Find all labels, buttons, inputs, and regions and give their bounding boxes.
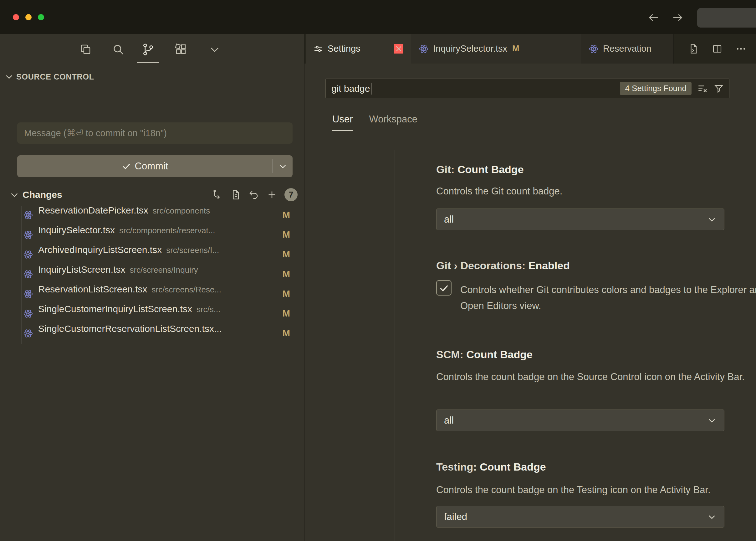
source-control-section-header[interactable]: SOURCE CONTROL bbox=[0, 69, 304, 85]
tab-label: Settings bbox=[328, 44, 361, 54]
dropdown-value: failed bbox=[444, 511, 467, 523]
chevron-down-icon bbox=[4, 72, 14, 81]
setting-title: SCM: Count Badge bbox=[436, 348, 756, 361]
changed-files-list: ReservationDatePicker.tsx src/components… bbox=[0, 205, 304, 343]
setting-description: Controls the count badge on the Testing … bbox=[436, 482, 756, 498]
changed-file-row[interactable]: SingleCustomerInquiryListScreen.tsx src/… bbox=[0, 304, 304, 323]
react-file-icon bbox=[23, 289, 33, 299]
clear-search-icon[interactable] bbox=[697, 83, 708, 94]
sidebar-title: SOURCE CONTROL bbox=[16, 72, 94, 81]
git-count-badge-dropdown[interactable]: all bbox=[436, 209, 724, 230]
changed-file-row[interactable]: InquiryListScreen.tsx src/screens/Inquir… bbox=[0, 264, 304, 284]
split-editor-icon[interactable] bbox=[712, 43, 723, 55]
commit-message-input[interactable]: Message (⌘⏎ to commit on "i18n") bbox=[17, 122, 293, 144]
command-center-box[interactable] bbox=[697, 8, 756, 28]
scope-tab-workspace[interactable]: Workspace bbox=[369, 114, 417, 131]
setting-git-count-badge: Git: Count Badge bbox=[436, 164, 756, 176]
more-actions-icon[interactable] bbox=[735, 43, 747, 55]
tab-modified-badge: M bbox=[512, 44, 519, 54]
setting-title: Testing: Count Badge bbox=[436, 461, 756, 473]
settings-editor: git badge 4 Settings Found User Workspac… bbox=[305, 64, 756, 541]
check-icon bbox=[439, 283, 449, 293]
file-status-badge: M bbox=[283, 269, 290, 279]
react-file-icon bbox=[23, 210, 33, 220]
scope-tab-user[interactable]: User bbox=[332, 114, 353, 131]
commit-dropdown-button[interactable] bbox=[273, 162, 293, 171]
copy-icon[interactable] bbox=[77, 41, 95, 58]
extensions-icon[interactable] bbox=[172, 41, 190, 58]
source-control-icon[interactable] bbox=[139, 41, 157, 58]
file-path: src/s... bbox=[196, 304, 221, 314]
scm-count-badge-dropdown[interactable]: all bbox=[436, 409, 724, 431]
changed-file-row[interactable]: ArchivedInquiryListScreen.tsx src/screen… bbox=[0, 245, 304, 264]
changed-file-row[interactable]: SingleCustomerReservationListScreen.tsx.… bbox=[0, 323, 304, 343]
text-caret bbox=[371, 83, 372, 95]
chevron-down-icon bbox=[9, 190, 19, 200]
editor-tab-bar: Settings InquirySelector.tsx M Reservati… bbox=[305, 34, 756, 64]
file-name: InquiryListScreen.tsx bbox=[38, 264, 125, 275]
setting-name: Count Badge bbox=[480, 461, 546, 473]
file-path: src/screens/Inquiry bbox=[129, 265, 198, 275]
changes-label: Changes bbox=[23, 190, 62, 200]
filter-icon[interactable] bbox=[713, 83, 724, 94]
react-file-icon bbox=[589, 44, 599, 54]
react-file-icon bbox=[23, 269, 33, 279]
chevron-down-icon[interactable] bbox=[206, 41, 223, 58]
settings-search-input[interactable]: git badge 4 Settings Found bbox=[326, 79, 729, 98]
changed-file-row[interactable]: InquirySelector.tsx src/components/reser… bbox=[0, 225, 304, 245]
settings-sliders-icon bbox=[313, 44, 323, 54]
close-tab-icon[interactable] bbox=[394, 44, 403, 54]
settings-results-badge: 4 Settings Found bbox=[620, 82, 691, 95]
stage-all-icon[interactable] bbox=[266, 189, 278, 200]
react-file-icon bbox=[23, 250, 33, 260]
file-status-badge: M bbox=[283, 308, 290, 319]
commit-message-placeholder: Message (⌘⏎ to commit on "i18n") bbox=[24, 128, 167, 138]
tab-label: InquirySelector.tsx bbox=[433, 44, 507, 54]
setting-git-decorations-enabled: Git › Decorations: Enabled bbox=[436, 260, 756, 272]
file-status-badge: M bbox=[283, 328, 290, 338]
setting-name: Count Badge bbox=[457, 164, 524, 175]
close-window-button[interactable] bbox=[13, 14, 19, 20]
setting-title: Git: Count Badge bbox=[436, 164, 756, 176]
open-settings-json-icon[interactable] bbox=[688, 43, 699, 55]
navigate-forward-icon[interactable] bbox=[671, 11, 684, 24]
setting-title: Git › Decorations: Enabled bbox=[436, 260, 756, 272]
file-name: ReservationDatePicker.tsx bbox=[38, 205, 148, 216]
file-status-badge: M bbox=[283, 249, 290, 260]
file-status-badge: M bbox=[283, 210, 290, 220]
settings-search-value: git badge bbox=[331, 83, 370, 94]
changed-file-row[interactable]: ReservationListScreen.tsx src/screens/Re… bbox=[0, 284, 304, 304]
discard-icon[interactable] bbox=[248, 189, 259, 200]
chevron-down-icon bbox=[279, 162, 287, 171]
file-path: src/components bbox=[153, 206, 210, 216]
navigate-back-icon[interactable] bbox=[647, 11, 660, 24]
search-icon[interactable] bbox=[110, 41, 127, 58]
zoom-window-button[interactable] bbox=[38, 14, 44, 20]
file-status-badge: M bbox=[283, 230, 290, 240]
chevron-down-icon bbox=[707, 512, 717, 522]
file-name: SingleCustomerReservationListScreen.tsx.… bbox=[38, 323, 222, 334]
tab-inquiryselector[interactable]: InquirySelector.tsx M bbox=[411, 34, 581, 64]
minimize-window-button[interactable] bbox=[25, 14, 32, 20]
file-name: ReservationListScreen.tsx bbox=[38, 284, 147, 294]
setting-description: Controls the Git count badge. bbox=[436, 183, 756, 199]
react-file-icon bbox=[23, 230, 33, 240]
tab-settings[interactable]: Settings bbox=[306, 34, 411, 64]
testing-count-badge-dropdown[interactable]: failed bbox=[436, 506, 724, 528]
setting-name: Count Badge bbox=[466, 348, 533, 360]
open-file-icon[interactable] bbox=[230, 189, 241, 200]
setting-description: Controls the count badge on the Source C… bbox=[436, 369, 756, 385]
setting-category: Git › Decorations: bbox=[436, 260, 525, 271]
pull-request-icon[interactable] bbox=[212, 189, 223, 200]
scope-divider bbox=[326, 140, 756, 140]
changed-file-row[interactable]: ReservationDatePicker.tsx src/components… bbox=[0, 205, 304, 225]
setting-name: Enabled bbox=[529, 260, 570, 271]
changes-section-header[interactable]: Changes 7 bbox=[0, 187, 304, 203]
file-path: src/screens/Rese... bbox=[152, 285, 222, 294]
commit-button-label: Commit bbox=[135, 161, 168, 172]
react-file-icon bbox=[23, 328, 33, 338]
tab-reservation[interactable]: Reservation bbox=[581, 34, 674, 64]
tab-label: Reservation bbox=[603, 44, 651, 54]
commit-button[interactable]: Commit bbox=[17, 155, 293, 177]
git-decorations-checkbox[interactable] bbox=[436, 280, 451, 295]
